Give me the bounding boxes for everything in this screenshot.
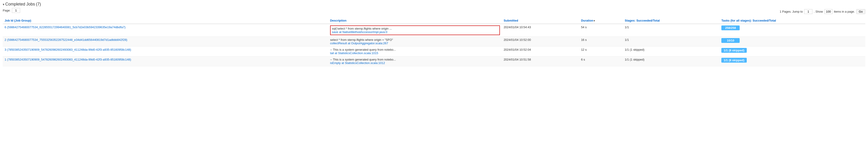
stages-cell: 1/1 (1 skipped) [623,56,719,66]
task-badge[interactable]: 1/1 (8 skipped) [721,58,746,62]
sort-arrow-duration: ▾ [594,20,595,22]
duration-cell: 54 s [579,24,623,37]
col-header-stages[interactable]: Stages: Succeeded/Total [623,18,719,24]
description-cell: select * from sternp.flights where origi… [328,37,502,47]
duration-cell: 6 s [579,56,623,66]
description-text: select * from sternp.flights where origi… [330,38,500,42]
duration-cell: 16 s [579,37,623,47]
tasks-cell: 1/1 (8 skipped) [719,47,865,56]
submitted-cell: 2024/01/04 10:54:43 [502,24,579,37]
job-id-link[interactable]: 1 (785038524350719​0909_5478260982602493… [5,58,131,61]
col-header-job-id[interactable]: Job Id (Job Group) [3,18,328,24]
items-label: items in a page. [834,10,855,13]
show-input[interactable] [824,9,833,14]
submitted-cell: 2024/01/04 10:51:58 [502,56,579,66]
page-input[interactable] [12,8,20,13]
pagination-right: 1 Pages. Jump to . Show items in a page.… [780,9,865,14]
title-count: (7) [36,2,41,7]
job-id-cell: 6 (598642754680077534_622855517299464008… [3,24,328,37]
col-header-description[interactable]: Description [328,18,502,24]
jobs-table: Job Id (Job Group) Description Submitted… [3,18,865,66]
description-cell: sql('select * from sternp.flights where … [328,24,502,37]
description-cell: -- This is a system generated query from… [328,47,502,56]
description-link[interactable]: collectResult at OutputAggregator.scala:… [330,42,388,45]
title-text: Completed Jobs [5,2,35,7]
table-row: 6 (598642754680077534_622855517299464008… [3,24,865,37]
pages-info: 1 Pages. Jump to [780,10,803,13]
description-link[interactable]: isEmpty at StatisticsCollection.scala:10… [330,61,385,65]
col-header-duration[interactable]: Duration▾ [579,18,623,24]
duration-cell: 12 s [579,47,623,56]
task-badge[interactable]: 1/1 (8 skipped) [721,48,746,53]
description-link[interactable]: tail at StatisticsCollection.scala:1015 [330,51,378,55]
tasks-cell: 10/10 [719,37,865,47]
page-navigation: Page: [3,8,20,13]
table-row: 3 (785038524350719​0909_5478260982602493… [3,47,865,56]
task-badge[interactable]: 258/258 [721,25,740,30]
col-header-tasks[interactable]: Tasks (for all stages): Succeeded/Total [719,18,865,24]
jump-to-input[interactable] [804,9,812,14]
col-header-submitted[interactable]: Submitted [502,18,579,24]
description-text: -- This is a system generated query from… [330,58,500,61]
section-title: ▾ Completed Jobs (7) [3,2,41,7]
table-row: 2 (598642754680077534_755532563522875224… [3,37,865,47]
tasks-cell: 1/1 (8 skipped) [719,56,865,66]
tasks-cell: 258/258 [719,24,865,37]
description-text: -- This is a system generated query from… [330,48,500,51]
submitted-cell: 2024/01/04 10:52:04 [502,47,579,56]
stages-cell: 1/1 [623,24,719,37]
table-row: 1 (785038524350719​0909_5478260982602493… [3,56,865,66]
stages-cell: 1/1 [623,37,719,47]
page-label: Page: [3,9,10,12]
stages-cell: 1/1 (1 skipped) [623,47,719,56]
collapse-icon[interactable]: ▾ [3,2,4,6]
table-header-row: Job Id (Job Group) Description Submitted… [3,18,865,24]
job-id-link[interactable]: 2 (598642754680077534_755532563522875224… [5,38,127,42]
show-label: . Show [814,10,823,13]
submitted-cell: 2024/01/04 10:52:00 [502,37,579,47]
job-id-cell: 3 (785038524350719​0909_5478260982602493… [3,47,328,56]
description-text: sql('select * from sternp.flights where … [332,27,498,30]
job-id-link[interactable]: 6 (598642754680077534_622855517299464008… [5,25,125,29]
job-id-link[interactable]: 3 (785038524350719​0909_5478260982602493… [5,48,131,51]
description-link[interactable]: save at NativeMethodAccessorImpl.java:0 [332,30,387,34]
description-cell: -- This is a system generated query from… [328,56,502,66]
job-id-cell: 1 (785038524350719​0909_5478260982602493… [3,56,328,66]
task-badge[interactable]: 10/10 [721,38,740,43]
go-button[interactable]: Go [856,9,865,14]
job-id-cell: 2 (598642754680077534_755532563522875224… [3,37,328,47]
